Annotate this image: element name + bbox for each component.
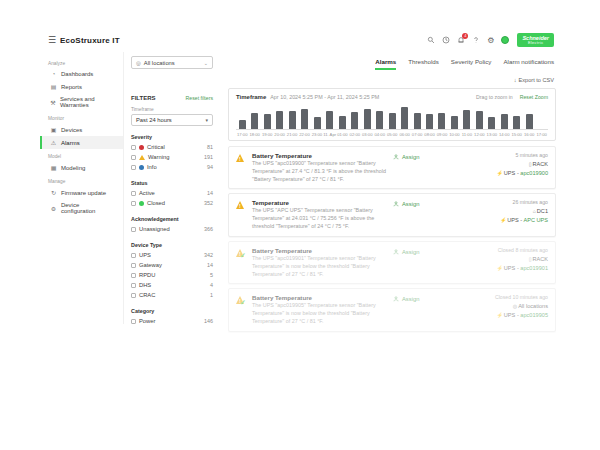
hamburger-menu-icon[interactable]: ☰: [48, 35, 56, 45]
bar: [426, 114, 433, 129]
alarm-location[interactable]: ▯RACK: [453, 161, 548, 167]
checkbox[interactable]: [131, 293, 136, 298]
filter-option-dhs[interactable]: DHS4: [131, 280, 213, 290]
sidebar-item-services-and-warranties[interactable]: ⚒Services and Warranties: [40, 93, 123, 111]
filter-option-active[interactable]: Active14: [131, 188, 213, 198]
sidebar-item-label: Services and Warranties: [60, 96, 115, 108]
tab-thresholds[interactable]: Thresholds: [408, 58, 439, 70]
help-icon[interactable]: [471, 36, 480, 45]
alarm-meta: 5 minutes ago▯RACK⚡UPS - apc019900: [453, 152, 548, 183]
alarm-location-label: All locations: [518, 303, 548, 309]
filter-option-warning[interactable]: Warning191: [131, 152, 213, 162]
filter-option-label: DHS: [139, 282, 151, 288]
alarm-location[interactable]: ◎All locations: [453, 303, 548, 309]
filter-option-count: 191: [204, 154, 213, 160]
sidebar-item-label: Firmware update: [61, 190, 106, 196]
bar-slot: [498, 114, 510, 129]
alarm-card[interactable]: TemperatureThe UPS "APC UPS" Temperature…: [228, 193, 556, 236]
tab-bar: AlarmsThresholdsSeverity PolicyAlarm not…: [228, 54, 556, 70]
settings-gear-icon[interactable]: ⚙: [486, 36, 495, 45]
timeframe-select[interactable]: Past 24 hours ▾: [131, 114, 213, 126]
alarm-histogram[interactable]: [236, 106, 548, 130]
reset-filters-link[interactable]: Reset filters: [186, 95, 213, 101]
filter-option-count: 1: [210, 292, 213, 298]
assign-label: Assign: [402, 249, 419, 255]
device-link[interactable]: apc019905: [520, 312, 548, 318]
device-link[interactable]: apc019901: [520, 265, 548, 271]
tab-severity-policy[interactable]: Severity Policy: [451, 58, 492, 70]
filter-option-rpdu[interactable]: RPDU5: [131, 270, 213, 280]
bar: [414, 113, 421, 129]
filter-option-power[interactable]: Power146: [131, 316, 213, 326]
main-content: AlarmsThresholdsSeverity PolicyAlarm not…: [220, 52, 560, 324]
checkbox[interactable]: [131, 273, 136, 278]
alarm-description: The UPS "apc019905" Temperature sensor "…: [252, 302, 388, 325]
filter-option-count: 14: [207, 190, 213, 196]
bar-slot: [473, 111, 485, 129]
sidebar-item-alarms[interactable]: ⚠Alarms: [40, 136, 123, 149]
checkbox[interactable]: [131, 227, 136, 232]
bar: [488, 117, 495, 129]
filter-option-crac[interactable]: CRAC1: [131, 290, 213, 300]
assign-button[interactable]: Assign: [393, 152, 448, 183]
checkbox[interactable]: [131, 283, 136, 288]
filter-option-label: Power: [139, 318, 155, 324]
alarm-device: ⚡UPS - apc019901: [453, 265, 548, 271]
warning-icon: [236, 199, 247, 230]
alarm-histogram-x-axis: 17:0018:0019:0020:0021:0022:0023:0011. A…: [236, 130, 548, 137]
search-icon[interactable]: [426, 36, 435, 45]
x-tick-label: 02:00: [349, 130, 361, 137]
bar: [314, 117, 321, 129]
checkbox[interactable]: [131, 145, 136, 150]
schneider-electric-logo[interactable]: Schneider Electric: [517, 33, 554, 47]
device-link[interactable]: APC UPS: [523, 217, 548, 223]
assign-button[interactable]: Assign: [393, 294, 448, 325]
filter-option-count: 342: [204, 252, 213, 258]
filter-option-ups[interactable]: UPS342: [131, 250, 213, 260]
checkbox[interactable]: [131, 319, 136, 324]
sidebar-item-modeling[interactable]: ▦Modeling: [40, 161, 123, 174]
firmware-update-icon: ↻: [50, 189, 57, 196]
filter-option-closed[interactable]: Closed352: [131, 198, 213, 208]
sidebar-item-reports[interactable]: ▤Reports: [40, 80, 123, 93]
filter-option-critical[interactable]: Critical81: [131, 142, 213, 152]
alarm-card[interactable]: Battery TemperatureThe UPS "apc019900" T…: [228, 146, 556, 189]
filter-option-gateway[interactable]: Gateway14: [131, 260, 213, 270]
checkbox[interactable]: [131, 201, 136, 206]
alarm-list: Battery TemperatureThe UPS "apc019900" T…: [228, 146, 556, 332]
reset-zoom-button[interactable]: Reset Zoom: [520, 94, 548, 100]
alarm-card[interactable]: ✓Battery TemperatureThe UPS "apc019901" …: [228, 241, 556, 284]
alarm-location[interactable]: ▯RACK: [453, 256, 548, 262]
sidebar-section-label: Model: [40, 149, 123, 161]
alarm-body: Battery TemperatureThe UPS "apc019901" T…: [252, 247, 388, 278]
checkbox[interactable]: [131, 191, 136, 196]
filter-option-unassigned[interactable]: Unassigned366: [131, 224, 213, 234]
checkbox[interactable]: [131, 253, 136, 258]
device-link[interactable]: apc019900: [520, 170, 548, 176]
checkbox[interactable]: [131, 165, 136, 170]
sidebar-item-dashboards[interactable]: ◔Dashboards: [40, 68, 123, 80]
tab-alarm-notifications[interactable]: Alarm notifications: [503, 58, 554, 70]
checkbox[interactable]: [131, 155, 136, 160]
alarm-card[interactable]: ✓Battery TemperatureThe UPS "apc019905" …: [228, 288, 556, 331]
alarm-title: Battery Temperature: [252, 294, 388, 301]
user-avatar[interactable]: [501, 36, 509, 44]
bar-slot: [286, 111, 298, 129]
location-filter-dropdown[interactable]: ◎ All locations ⌄: [131, 56, 213, 69]
alarm-location[interactable]: ⌂DC1: [453, 208, 548, 214]
sidebar-item-device-configuration[interactable]: ⚙Device configuration: [40, 199, 123, 217]
filter-option-label: Gateway: [139, 262, 162, 268]
notifications-bell-icon[interactable]: 4: [456, 36, 465, 45]
sidebar-item-devices[interactable]: ▣Devices: [40, 123, 123, 136]
export-to-csv-button[interactable]: ↓ Export to CSV: [514, 77, 554, 83]
tab-alarms[interactable]: Alarms: [375, 58, 396, 70]
ups-icon: ⚡: [497, 312, 503, 318]
filter-option-info[interactable]: Info94: [131, 162, 213, 172]
history-icon[interactable]: [441, 36, 450, 45]
x-tick-label: 10:00: [448, 130, 460, 137]
assign-button[interactable]: Assign: [393, 247, 448, 278]
sidebar-item-firmware-update[interactable]: ↻Firmware update: [40, 186, 123, 199]
bar-slot: [361, 109, 373, 129]
assign-button[interactable]: Assign: [393, 199, 448, 230]
checkbox[interactable]: [131, 263, 136, 268]
